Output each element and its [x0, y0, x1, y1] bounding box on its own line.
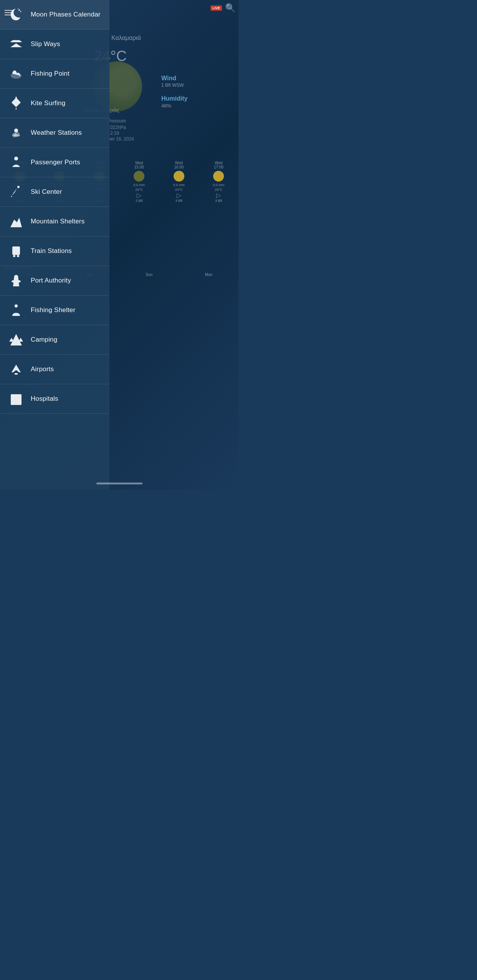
bg-pressure-value: 1022hPa — [108, 125, 126, 130]
daily-cell: Mon — [179, 272, 238, 278]
svg-rect-9 — [12, 134, 20, 136]
drawer-item-port-authority[interactable]: Port Authority — [0, 266, 109, 296]
mountain-icon — [7, 212, 25, 231]
bg-pressure-label: Pressure — [108, 118, 126, 124]
hourly-cell: Wed17:00 0.0 mm 24°C ▷ 3 Bft — [199, 159, 239, 204]
hospital-icon — [7, 390, 25, 408]
svg-point-20 — [13, 255, 15, 257]
ports-icon — [7, 153, 25, 172]
hourly-mm: 0.0 mm — [200, 183, 238, 187]
daily-cell: Sun — [119, 272, 179, 278]
svg-rect-15 — [15, 224, 18, 227]
svg-rect-16 — [12, 246, 20, 255]
bg-location: Καλαμαριά — [111, 35, 141, 41]
hourly-bft: 3 Bft — [160, 199, 198, 203]
svg-point-28 — [15, 304, 18, 307]
drawer-label-mountain-shelters: Mountain Shelters — [31, 218, 84, 225]
drawer-item-fishing-shelter[interactable]: Fishing Shelter — [0, 296, 109, 325]
slipways-icon — [7, 35, 25, 53]
svg-point-2 — [18, 8, 18, 9]
drawer-item-weather-stations[interactable]: Weather Stations — [0, 118, 109, 148]
drawer-label-fishing-shelter: Fishing Shelter — [31, 306, 75, 314]
drawer-label-kite-surfing: Kite Surfing — [31, 99, 65, 107]
hourly-mm: 0.0 mm — [120, 183, 159, 187]
hamburger-menu[interactable] — [5, 8, 13, 17]
drawer-item-hospitals[interactable]: Hospitals — [0, 384, 109, 414]
hourly-cell: Wed16:00 0.0 mm 24°C ▷ 3 Bft — [159, 159, 199, 204]
drawer-item-passenger-ports[interactable]: Passenger Ports — [0, 148, 109, 177]
hourly-cell: Wed15:00 0.0 mm 24°C ▷ 2 Bft — [119, 159, 159, 204]
header-icons: LIVE 🔍 — [210, 3, 235, 13]
drawer-label-passenger-ports: Passenger Ports — [31, 159, 80, 166]
hourly-circle — [134, 171, 144, 182]
svg-rect-36 — [12, 402, 15, 405]
svg-rect-31 — [15, 373, 18, 375]
svg-rect-37 — [18, 402, 20, 405]
drawer-item-kite-surfing[interactable]: Kite Surfing — [0, 89, 109, 118]
anchor-icon — [7, 301, 25, 319]
drawer-item-mountain-shelters[interactable]: Mountain Shelters — [0, 207, 109, 236]
drawer-item-slip-ways[interactable]: Slip Ways — [0, 30, 109, 59]
drawer-item-ski-center[interactable]: Ski Center — [0, 177, 109, 207]
drawer-item-train-stations[interactable]: Train Stations — [0, 236, 109, 266]
bg-humidity-value: 48% — [161, 103, 171, 109]
hourly-arrow: ▷ — [160, 192, 198, 199]
hourly-time: Wed16:00 — [160, 161, 198, 169]
hourly-arrow: ▷ — [200, 192, 238, 199]
drawer-label-fishing-point: Fishing Point — [31, 70, 70, 78]
bg-humidity-label: Humidity — [161, 95, 187, 102]
hourly-arrow: ▷ — [120, 192, 159, 199]
svg-point-5 — [15, 97, 17, 98]
drawer-item-camping[interactable]: Camping — [0, 325, 109, 355]
svg-point-1 — [20, 11, 22, 12]
svg-rect-18 — [17, 248, 19, 250]
search-icon[interactable]: 🔍 — [225, 3, 235, 13]
drawer-label-slip-ways: Slip Ways — [31, 40, 60, 48]
svg-point-21 — [17, 255, 19, 257]
hourly-temp: 24°C — [160, 188, 198, 192]
camping-icon — [7, 331, 25, 349]
kite-icon — [7, 94, 25, 112]
navigation-drawer: Moon Phases CalendarSlip WaysFishing Poi… — [0, 0, 109, 490]
hourly-bft: 3 Bft — [200, 199, 238, 203]
bottom-handle — [96, 483, 142, 484]
drawer-label-airports: Airports — [31, 365, 54, 373]
ski-icon — [7, 183, 25, 201]
hourly-time: Wed15:00 — [120, 161, 159, 169]
drawer-item-fishing-point[interactable]: Fishing Point — [0, 59, 109, 89]
svg-point-4 — [19, 74, 20, 76]
hourly-circle — [213, 171, 224, 182]
portauth-icon — [7, 271, 25, 290]
drawer-label-weather-stations: Weather Stations — [31, 129, 82, 137]
bg-wind-label: Wind — [161, 75, 176, 82]
drawer-label-camping: Camping — [31, 336, 57, 344]
weather-icon — [7, 124, 25, 142]
train-icon — [7, 242, 25, 260]
fishing-icon — [7, 64, 25, 83]
svg-rect-17 — [13, 248, 16, 250]
svg-point-0 — [18, 9, 20, 11]
hourly-temp: 24°C — [200, 188, 238, 192]
airport-icon — [7, 360, 25, 378]
hourly-mm: 0.0 mm — [160, 183, 198, 187]
drawer-item-moon-phases[interactable]: Moon Phases Calendar — [0, 0, 109, 30]
drawer-label-ski-center: Ski Center — [31, 188, 62, 196]
drawer-item-airports[interactable]: Airports — [0, 355, 109, 384]
svg-point-26 — [12, 280, 21, 283]
drawer-label-moon-phases: Moon Phases Calendar — [31, 11, 101, 18]
drawer-label-train-stations: Train Stations — [31, 247, 72, 255]
svg-point-10 — [14, 157, 18, 160]
svg-point-14 — [17, 186, 20, 188]
live-badge: LIVE — [210, 5, 222, 11]
drawer-label-hospitals: Hospitals — [31, 395, 58, 403]
hourly-bft: 2 Bft — [120, 199, 159, 203]
drawer-label-port-authority: Port Authority — [31, 277, 71, 284]
hourly-temp: 24°C — [120, 188, 159, 192]
bg-wind-value: 1 Bft WSW — [161, 83, 184, 88]
hourly-time: Wed17:00 — [200, 161, 238, 169]
hourly-circle — [174, 171, 184, 182]
